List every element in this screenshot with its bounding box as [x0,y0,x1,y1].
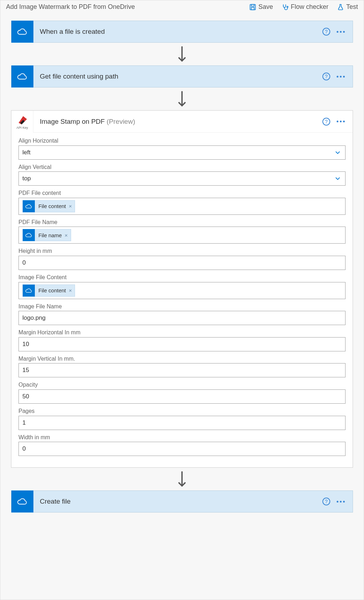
help-icon[interactable]: ? [322,28,330,36]
remove-token-icon[interactable]: × [69,287,72,293]
api-key-icon: API Key [11,111,33,133]
flow-title: Add Image Watermark to PDF from OneDrive [6,3,135,11]
step-title: Image Stamp on PDF (Preview) [33,118,322,126]
chip-label: File content [38,203,66,209]
field-label: Image File Content [18,274,346,281]
field-image-content: Image File Content File content × [18,274,346,299]
chip-label: File name [38,232,62,238]
chip-label: File content [38,287,66,293]
onedrive-icon [23,285,35,297]
field-height: Height in mm 0 [18,248,346,270]
select-value: top [22,175,31,182]
field-label: Image File Name [18,303,346,310]
onedrive-icon [11,65,33,87]
save-label: Save [258,3,273,11]
field-label: Opacity [18,382,346,388]
step-image-stamp-header[interactable]: API Key Image Stamp on PDF (Preview) ? [11,111,353,133]
step-title: When a file is created [33,28,322,36]
field-label: Align Horizontal [18,138,346,144]
field-margin-vertical: Margin Vertical In mm. 15 [18,356,346,378]
pdf-content-input[interactable]: File content × [18,198,346,215]
field-label: Height in mm [18,248,346,254]
field-label: Align Vertical [18,164,346,170]
arrow-connector [11,87,353,110]
field-label: Width in mm [18,434,346,441]
step-trigger-file-created[interactable]: When a file is created ? [11,21,353,43]
pdf-name-input[interactable]: File name × [18,227,346,244]
image-name-input[interactable]: logo.png [18,311,346,325]
align-horizontal-select[interactable]: left [18,145,346,160]
align-vertical-select[interactable]: top [18,171,346,186]
help-icon[interactable]: ? [322,73,330,80]
field-image-name: Image File Name logo.png [18,303,346,325]
field-label: Margin Horizontal In mm [18,329,346,336]
width-input[interactable]: 0 [18,442,346,456]
arrow-connector [11,468,353,490]
input-value: 50 [22,393,29,400]
margin-horizontal-input[interactable]: 10 [18,337,346,351]
test-label: Test [346,3,358,11]
step-actions: ? [322,498,353,505]
topbar: Add Image Watermark to PDF from OneDrive… [0,0,364,14]
step-get-file-content[interactable]: Get file content using path ? [11,65,353,87]
arrow-connector [11,43,353,65]
height-input[interactable]: 0 [18,256,346,270]
field-label: PDF File Name [18,219,346,225]
onedrive-icon [23,200,35,212]
select-value: left [22,149,31,156]
input-value: 15 [22,367,29,374]
chevron-down-icon [334,175,342,182]
input-value: 1 [22,419,26,426]
margin-vertical-input[interactable]: 15 [18,363,346,377]
svg-rect-2 [251,7,254,10]
flow-checker-label: Flow checker [291,3,328,11]
flow-checker-button[interactable]: Flow checker [282,3,328,11]
field-pdf-name: PDF File Name File name × [18,219,346,244]
more-menu[interactable] [337,501,345,503]
help-icon[interactable]: ? [322,498,330,505]
more-menu[interactable] [337,31,345,33]
save-button[interactable]: Save [249,3,273,11]
save-icon [249,4,256,11]
token-file-content[interactable]: File content × [22,200,75,212]
token-file-content[interactable]: File content × [22,285,75,297]
onedrive-icon [11,490,33,513]
more-menu[interactable] [337,76,345,78]
field-margin-horizontal: Margin Horizontal In mm 10 [18,329,346,351]
image-content-input[interactable]: File content × [18,282,346,299]
svg-point-3 [287,6,288,7]
pages-input[interactable]: 1 [18,416,346,430]
step-create-file[interactable]: Create file ? [11,490,353,513]
input-value: 0 [22,445,26,452]
help-icon[interactable]: ? [322,118,330,126]
field-label: PDF File content [18,190,346,196]
field-label: Margin Vertical In mm. [18,356,346,362]
field-align-horizontal: Align Horizontal left [18,138,346,160]
input-value: 0 [22,259,26,266]
field-width: Width in mm 0 [18,434,346,456]
chevron-down-icon [334,149,342,156]
field-pdf-content: PDF File content File content × [18,190,346,215]
step-image-stamp-card: API Key Image Stamp on PDF (Preview) ? A… [11,110,353,468]
field-label: Pages [18,408,346,414]
test-button[interactable]: Test [337,3,358,11]
token-file-name[interactable]: File name × [22,229,71,241]
flow-designer-canvas: Add Image Watermark to PDF from OneDrive… [0,0,364,600]
step-actions: ? [322,73,353,80]
field-pages: Pages 1 [18,408,346,430]
step-actions: ? [322,118,353,126]
step-actions: ? [322,28,353,36]
field-opacity: Opacity 50 [18,382,346,404]
onedrive-icon [11,21,33,43]
remove-token-icon[interactable]: × [69,203,72,209]
flask-icon [337,4,344,11]
field-align-vertical: Align Vertical top [18,164,346,186]
step-title: Get file content using path [33,73,322,80]
more-menu[interactable] [337,121,345,122]
opacity-input[interactable]: 50 [18,389,346,404]
remove-token-icon[interactable]: × [65,232,68,238]
api-key-label: API Key [16,126,28,129]
step-title: Create file [33,498,322,505]
stethoscope-icon [282,4,289,11]
svg-rect-1 [251,4,254,6]
